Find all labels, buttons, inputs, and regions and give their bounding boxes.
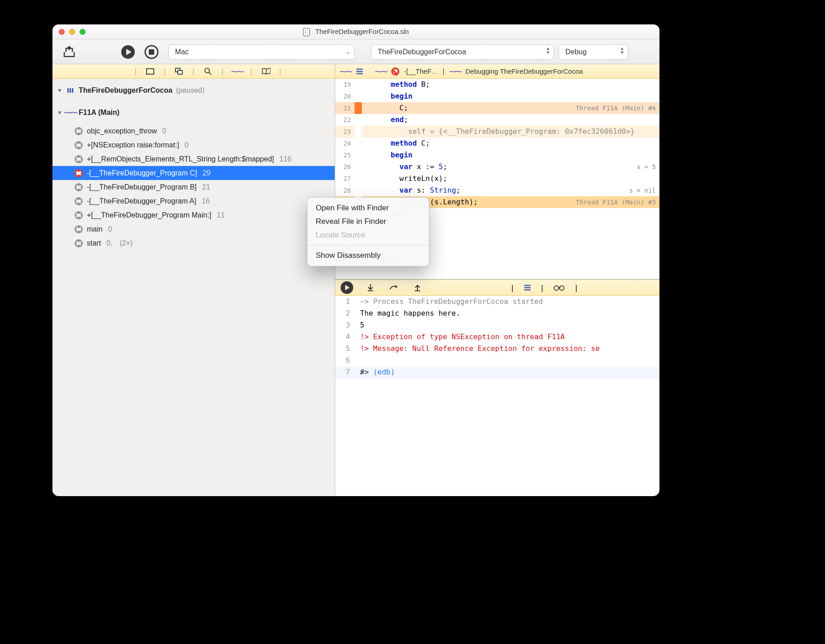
build-button[interactable] xyxy=(60,43,79,62)
step-into-button[interactable] xyxy=(364,281,377,294)
frame-line-number: 11 xyxy=(217,211,225,219)
frame-line-number: 16 xyxy=(202,197,210,205)
code-line[interactable]: 25 begin xyxy=(335,149,659,161)
menu-open-in-finder[interactable]: Open File with Finder xyxy=(308,201,429,215)
console-list-icon[interactable] xyxy=(524,284,531,291)
thread-icon: ⁓⁓ xyxy=(66,108,75,117)
gutter-marker xyxy=(355,79,362,90)
target-select[interactable]: Mac ⌄ xyxy=(168,44,355,60)
code-text: method B; xyxy=(362,79,659,90)
chevron-down-icon: ⌄ xyxy=(346,49,351,55)
source-editor[interactable]: 19 method B;20 begin21 C;Thread F11A (Ma… xyxy=(335,79,659,496)
project-select[interactable]: TheFireDebuggerForCocoa ▲▼ xyxy=(371,44,554,60)
run-button[interactable] xyxy=(119,43,138,62)
code-line[interactable]: 26 var x := 5;x = 5 xyxy=(335,161,659,173)
step-over-button[interactable] xyxy=(388,281,400,294)
updown-icon: ▲▼ xyxy=(546,47,550,55)
debug-console[interactable]: 1~> Process TheFireDebuggerForCocoa star… xyxy=(335,296,659,496)
code-line[interactable]: 19 method B; xyxy=(335,79,659,90)
stop-button[interactable] xyxy=(142,43,161,62)
code-line[interactable]: 24 method C; xyxy=(335,137,659,149)
code-line[interactable]: 21 C;Thread F11A (Main) #4 xyxy=(335,102,659,114)
gutter-line-number: 26 xyxy=(335,161,355,173)
process-row[interactable]: ▼ TheFireDebuggerForCocoa (paused) xyxy=(52,83,335,97)
frame-line-number: 0, xyxy=(106,239,112,247)
svg-rect-2 xyxy=(149,49,154,55)
editor-column: ⁓⁓ ⁓⁓ -[__TheF… | ⁓⁓ Debugging TheFireDe… xyxy=(335,64,659,496)
stack-frame-row[interactable]: +[__RemObjects_Elements_RTL_String Lengt… xyxy=(52,152,335,166)
stack-frame-row[interactable]: -[__TheFireDebugger_Program C] 29 xyxy=(52,166,335,180)
code-text: end; xyxy=(362,114,659,126)
gutter-line-number: 19 xyxy=(335,79,355,90)
console-line: 35 xyxy=(335,319,659,331)
gutter-line-number: 20 xyxy=(335,90,355,102)
stack-frame-row[interactable]: -[__TheFireDebugger_Program B] 21 xyxy=(52,180,335,194)
process-name: TheFireDebuggerForCocoa xyxy=(79,86,172,95)
code-line[interactable]: 22 end; xyxy=(335,114,659,126)
panel-stack-icon[interactable] xyxy=(175,67,184,76)
continue-button[interactable] xyxy=(341,281,353,294)
console-line: 2The magic happens here. xyxy=(335,308,659,319)
console-line: 1~> Process TheFireDebuggerForCocoa star… xyxy=(335,296,659,308)
frame-label: start xyxy=(87,239,101,247)
close-window-button[interactable] xyxy=(59,29,65,35)
book-icon[interactable] xyxy=(261,67,270,76)
config-select[interactable]: Debug ▲▼ xyxy=(559,44,628,60)
inline-annotation: Thread F11A (Main) #3 xyxy=(576,196,656,208)
gutter-marker xyxy=(355,149,362,161)
list-icon[interactable] xyxy=(356,68,363,75)
frame-label: +[NSException raise:format:] xyxy=(87,141,179,149)
solution-file-icon xyxy=(303,28,310,36)
code-line[interactable]: 23 self = {<__TheFireDebugger_Program: 0… xyxy=(335,126,659,137)
svg-point-22 xyxy=(554,286,559,290)
gutter-marker xyxy=(355,161,362,173)
code-text: C;Thread F11A (Main) #4 xyxy=(362,102,659,114)
debug-icon: ⁓⁓ xyxy=(449,67,461,76)
menu-show-disassembly[interactable]: Show Disassembly xyxy=(308,249,429,262)
search-icon[interactable] xyxy=(204,67,213,76)
target-select-value: Mac xyxy=(175,48,189,56)
code-line[interactable]: 27 writeLn(x); xyxy=(335,173,659,185)
titlebar: TheFireDebuggerForCocoa.sln xyxy=(52,24,659,40)
sidebar-toolbar: | | | | ⁓⁓ | | xyxy=(52,64,335,79)
code-text: var s: String;s = nil xyxy=(362,185,659,196)
glasses-icon[interactable] xyxy=(553,284,565,291)
frame-icon xyxy=(74,127,83,136)
code-line[interactable]: 20 begin xyxy=(335,90,659,102)
svg-rect-10 xyxy=(70,88,71,93)
menu-separator xyxy=(308,245,429,246)
stack-frame-row[interactable]: objc_exception_throw 0 xyxy=(52,124,335,138)
panel-layout-icon[interactable] xyxy=(146,67,155,76)
menu-reveal-in-finder[interactable]: Reveal File in Finder xyxy=(308,215,429,228)
debugger-pane-icon[interactable]: ⁓⁓ xyxy=(232,67,242,76)
frame-icon xyxy=(74,239,83,248)
stack-frame-row[interactable]: -[__TheFireDebugger_Program A] 16 xyxy=(52,194,335,208)
code-line[interactable]: 28 var s: String;s = nil xyxy=(335,185,659,196)
disclosure-triangle-icon[interactable]: ▼ xyxy=(57,87,62,94)
stack-frame-row[interactable]: +[__TheFireDebugger_Program Main:] 11 xyxy=(52,208,335,222)
console-line: 4!> Exception of type NSException on thr… xyxy=(335,331,659,343)
frame-crumb[interactable]: -[__TheF… xyxy=(404,67,438,75)
config-select-value: Debug xyxy=(565,48,587,56)
frame-line-number: 21 xyxy=(202,183,210,191)
stack-frame-row[interactable]: start 0,(2×) xyxy=(52,236,335,250)
minimize-window-button[interactable] xyxy=(69,29,75,35)
stack-frame-row[interactable]: main 0 xyxy=(52,222,335,236)
frame-context-menu: Open File with Finder Reveal File in Fin… xyxy=(307,197,429,266)
frame-label: objc_exception_throw xyxy=(87,127,157,135)
svg-rect-9 xyxy=(67,88,69,93)
stack-frame-row[interactable]: +[NSException raise:format:] 0 xyxy=(52,138,335,152)
window-controls xyxy=(59,29,85,35)
project-select-value: TheFireDebuggerForCocoa xyxy=(378,48,466,56)
gutter-line-number: 28 xyxy=(335,185,355,196)
disclosure-triangle-icon[interactable]: ▼ xyxy=(57,109,62,116)
window-title-text: TheFireDebuggerForCocoa.sln xyxy=(315,28,409,35)
frame-label: +[__RemObjects_Elements_RTL_String Lengt… xyxy=(87,155,274,163)
console-toolbar: | | | xyxy=(335,279,659,296)
thread-row[interactable]: ▼ ⁓⁓ F11A (Main) xyxy=(52,105,335,119)
zoom-window-button[interactable] xyxy=(80,29,85,35)
gutter-marker xyxy=(355,102,362,114)
step-out-button[interactable] xyxy=(411,281,424,294)
process-icon xyxy=(66,86,75,95)
code-text: method C; xyxy=(362,137,659,149)
